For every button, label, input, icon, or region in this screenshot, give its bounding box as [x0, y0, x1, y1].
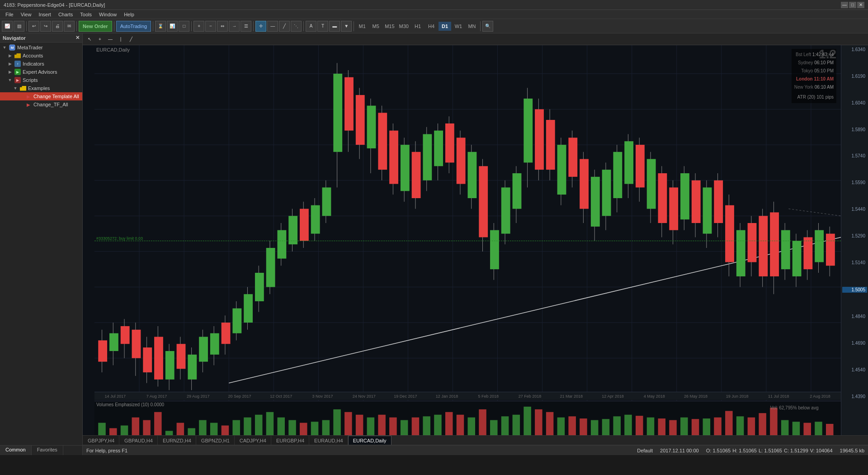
tree-item-change-tf[interactable]: ▶ ▶ Change_TF_All	[0, 100, 82, 109]
svg-rect-74	[344, 77, 354, 131]
menu-tools[interactable]: Tools	[76, 11, 95, 18]
text2-button[interactable]: T	[317, 21, 328, 32]
main-chart[interactable]: EURCAD,Daily #33305272: buy limit 0.03	[94, 45, 841, 401]
minimize-button[interactable]: —	[841, 2, 848, 8]
tf-h4[interactable]: H4	[425, 22, 438, 31]
plus-tool[interactable]: +	[95, 34, 105, 44]
tokyo-label: Tokyo 05:10 PM	[794, 67, 834, 75]
symbol-tabs: GBPJPY,H4 GBPAUD,H4 EURNZD,H4 GBPNZD,H1 …	[83, 435, 868, 445]
svg-rect-160	[826, 234, 835, 266]
undo-button[interactable]: ↩	[28, 21, 39, 32]
tab-favorites[interactable]: Favorites	[32, 446, 63, 455]
svg-rect-84	[401, 145, 410, 191]
chart-canvas[interactable]: EURCAD,Daily #33305272: buy limit 0.03	[94, 45, 868, 455]
svg-rect-152	[781, 230, 790, 269]
menu-view[interactable]: View	[17, 11, 35, 18]
tf-m1[interactable]: M1	[356, 22, 368, 31]
close-button[interactable]: ✕	[857, 2, 864, 8]
tree-item-accounts[interactable]: ▶ Accounts	[0, 52, 82, 60]
tf-m30[interactable]: M30	[397, 22, 410, 31]
tools-button[interactable]: ⋱	[291, 21, 302, 32]
indicator-add-button[interactable]: ⌛	[155, 21, 166, 32]
tab-common[interactable]: Common	[0, 446, 32, 455]
tree-item-metatrader[interactable]: ▼ M MetaTrader	[0, 43, 82, 52]
menu-charts[interactable]: Charts	[55, 11, 76, 18]
tab-eurnzd-h4[interactable]: EURNZD,H4	[158, 436, 196, 445]
accounts-label: Accounts	[23, 53, 43, 58]
new-chart-button[interactable]: 📈	[2, 21, 13, 32]
datetime-item: 2017.12.11 00:00	[660, 448, 699, 453]
crosshair-button[interactable]: ✛	[255, 21, 266, 32]
tf-h1[interactable]: H1	[411, 22, 424, 31]
menu-window[interactable]: Window	[95, 11, 120, 18]
search-button[interactable]: 🔍	[482, 21, 493, 32]
svg-rect-118	[591, 177, 600, 227]
svg-rect-62	[277, 230, 286, 259]
trend-line-button[interactable]: ╱	[279, 21, 290, 32]
tf-w1[interactable]: W1	[452, 22, 465, 31]
cursor-tool[interactable]: ↖	[85, 34, 94, 44]
vline-tool[interactable]: |	[116, 34, 126, 44]
email-button[interactable]: ✉	[64, 21, 75, 32]
svg-rect-156	[803, 237, 812, 269]
zoom-in-button[interactable]: +	[193, 21, 204, 32]
window-title: 4183: Pepperstone-Edge04 - [EURCAD,Daily…	[4, 2, 105, 8]
maximize-button[interactable]: □	[849, 2, 856, 8]
autoscroll-button[interactable]: ⇔	[217, 21, 228, 32]
tab-cadjpy-h4[interactable]: CADJPY,H4	[235, 436, 271, 445]
autotrading-button[interactable]: AutoTrading	[116, 21, 151, 32]
tab-gbpjpy-h4[interactable]: GBPJPY,H4	[83, 436, 119, 445]
separator-1	[26, 21, 27, 31]
svg-rect-42	[165, 351, 175, 380]
menu-help[interactable]: Help	[120, 11, 138, 18]
navigator-panel: Navigator ✕ ▼ M MetaTrader ▶ Accounts	[0, 33, 83, 455]
text-button[interactable]: A	[306, 21, 316, 32]
new-order-button[interactable]: New Order	[79, 21, 112, 32]
navigator-close-button[interactable]: ✕	[75, 35, 80, 41]
tree-item-indicators[interactable]: ▶ f Indicators	[0, 60, 82, 68]
tf-m15[interactable]: M15	[383, 22, 396, 31]
tline-tool[interactable]: ╱	[126, 34, 136, 44]
hline-tool[interactable]: —	[105, 34, 115, 44]
menu-insert[interactable]: Insert	[35, 11, 55, 18]
menubar: File View Insert Charts Tools Window Hel…	[0, 10, 868, 19]
tree-item-examples[interactable]: ▼ Examples	[0, 84, 82, 92]
svg-rect-106	[524, 99, 533, 162]
statusbar: For Help, press F1 Default 2017.12.11 00…	[83, 445, 868, 455]
tree-item-ea[interactable]: ▶ ▶ Expert Advisors	[0, 68, 82, 76]
expand-icon-tf: ▶	[18, 102, 24, 107]
more-tools-button[interactable]: ▼	[341, 21, 352, 32]
svg-rect-60	[266, 248, 275, 287]
bars-button[interactable]: ☰	[241, 21, 251, 32]
h-line-button[interactable]: —	[267, 21, 278, 32]
objects-button[interactable]: □	[179, 21, 189, 32]
tf-m5[interactable]: M5	[369, 22, 382, 31]
indicator-list-button[interactable]: 📊	[167, 21, 178, 32]
zoom-out-button[interactable]: −	[205, 21, 216, 32]
chart-area[interactable]: ↖ + — | ╱ EURCAD,Daily #33305272: buy li…	[83, 33, 868, 455]
svg-rect-154	[793, 241, 802, 276]
volume-value: V: 104064	[810, 448, 833, 453]
sydney-label: Sydney 06:10 PM	[794, 59, 834, 67]
tf-d1[interactable]: D1	[439, 22, 451, 31]
svg-rect-136	[692, 180, 701, 223]
tab-gbpaud-h4[interactable]: GBPAUD,H4	[119, 436, 158, 445]
menu-file[interactable]: File	[2, 11, 17, 18]
svg-rect-50	[210, 333, 219, 355]
tab-gbpnzd-h1[interactable]: GBPNZD,H1	[196, 436, 235, 445]
tab-eurgbp-h4[interactable]: EURGBP,H4	[271, 436, 309, 445]
tab-euraud-h4[interactable]: EURAUD,H4	[309, 436, 348, 445]
tree-item-scripts[interactable]: ▼ ▶ Scripts	[0, 76, 82, 84]
tf-mn[interactable]: MN	[466, 22, 478, 31]
redo-button[interactable]: ↪	[40, 21, 51, 32]
tab-eurcad-daily[interactable]: EURCAD,Daily	[348, 436, 392, 445]
rect-button[interactable]: ▬	[329, 21, 340, 32]
svg-rect-124	[624, 141, 633, 184]
print-button[interactable]: 🖨	[52, 21, 63, 32]
separator-5	[191, 21, 192, 31]
chart-drawing-toolbar: ↖ + — | ╱	[83, 33, 868, 45]
tree-item-change-template[interactable]: ▶ ▶ Change Template All	[0, 92, 82, 100]
profile-button[interactable]: ▤	[14, 21, 24, 32]
svg-rect-126	[636, 145, 645, 187]
scroll-right-button[interactable]: →	[229, 21, 240, 32]
